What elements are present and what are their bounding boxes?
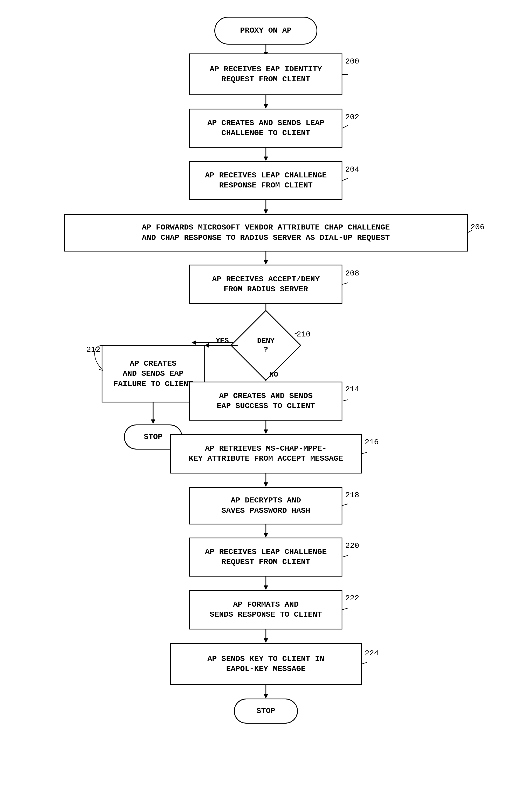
ref-200: 200: [345, 57, 359, 66]
node-220: AP RECEIVES LEAP CHALLENGEREQUEST FROM C…: [189, 537, 342, 576]
node-216-label: AP RETRIEVES MS-CHAP-MPPE-KEY ATTRIBUTE …: [189, 444, 343, 464]
svg-line-39: [362, 452, 367, 454]
flowchart-container: PROXY ON AP AP RECEIVES EAP IDENTITYREQU…: [0, 0, 532, 808]
node-208-label: AP RECEIVES ACCEPT/DENYFROM RADIUS SERVE…: [212, 274, 320, 295]
node-222: AP FORMATS ANDSENDS RESPONSE TO CLIENT: [189, 590, 342, 629]
node-208: AP RECEIVES ACCEPT/DENYFROM RADIUS SERVE…: [189, 264, 342, 304]
start-label: PROXY ON AP: [240, 25, 292, 36]
stop-2-label: STOP: [256, 706, 275, 716]
ref-204: 204: [345, 165, 359, 174]
svg-marker-45: [205, 343, 209, 348]
node-210-label: DENY?: [257, 337, 274, 354]
svg-line-43: [362, 662, 367, 664]
ref-208: 208: [345, 269, 359, 278]
svg-marker-3: [264, 104, 268, 109]
svg-marker-25: [264, 585, 268, 590]
node-218-label: AP DECRYPTS ANDSAVES PASSWORD HASH: [221, 496, 310, 516]
yes-label: YES: [216, 336, 229, 345]
ref-220: 220: [345, 541, 359, 550]
node-218: AP DECRYPTS ANDSAVES PASSWORD HASH: [189, 487, 342, 525]
node-210-diamond: DENY?: [238, 317, 294, 373]
svg-marker-23: [264, 533, 268, 537]
ref-222: 222: [345, 594, 359, 603]
node-200: AP RECEIVES EAP IDENTITYREQUEST FROM CLI…: [189, 54, 342, 95]
svg-line-35: [342, 283, 348, 284]
node-214: AP CREATES AND SENDSEAP SUCCESS TO CLIEN…: [189, 382, 342, 421]
node-224-label: AP SENDS KEY TO CLIENT INEAPOL-KEY MESSA…: [207, 654, 324, 674]
ref-216: 216: [365, 438, 379, 446]
svg-marker-13: [192, 341, 196, 345]
svg-marker-5: [264, 157, 268, 161]
ref-212: 212: [86, 345, 100, 354]
node-222-label: AP FORMATS ANDSENDS RESPONSE TO CLIENT: [210, 600, 322, 620]
svg-line-42: [342, 608, 348, 610]
node-202-label: AP CREATES AND SENDS LEAPCHALLENGE TO CL…: [207, 118, 324, 139]
node-220-label: AP RECEIVES LEAP CHALLENGEREQUEST FROM C…: [205, 547, 327, 567]
svg-marker-9: [264, 260, 268, 264]
ref-202: 202: [345, 113, 359, 122]
node-202: AP CREATES AND SENDS LEAPCHALLENGE TO CL…: [189, 109, 342, 148]
svg-marker-7: [264, 209, 268, 214]
svg-line-41: [342, 555, 348, 557]
node-216: AP RETRIEVES MS-CHAP-MPPE-KEY ATTRIBUTE …: [170, 434, 362, 474]
node-204-label: AP RECEIVES LEAP CHALLENGERESPONSE FROM …: [205, 170, 327, 191]
node-206: AP FORWARDS MICROSOFT VENDOR ATTRIBUTE C…: [64, 214, 468, 252]
node-200-label: AP RECEIVES EAP IDENTITYREQUEST FROM CLI…: [210, 65, 322, 85]
stop-1-label: STOP: [144, 432, 162, 442]
svg-marker-19: [264, 429, 268, 434]
svg-line-40: [342, 504, 348, 506]
svg-line-33: [342, 178, 348, 181]
svg-line-32: [342, 125, 348, 128]
ref-218: 218: [345, 491, 359, 499]
node-204: AP RECEIVES LEAP CHALLENGERESPONSE FROM …: [189, 161, 342, 200]
node-224: AP SENDS KEY TO CLIENT INEAPOL-KEY MESSA…: [170, 643, 362, 685]
no-label: NO: [269, 370, 278, 379]
stop-node-2: STOP: [234, 699, 298, 723]
svg-marker-27: [264, 638, 268, 643]
svg-marker-15: [151, 420, 155, 424]
ref-224: 224: [365, 649, 379, 658]
node-214-label: AP CREATES AND SENDSEAP SUCCESS TO CLIEN…: [217, 391, 315, 411]
node-212-label: AP CREATESAND SENDS EAPFAILURE TO CLIENT: [113, 359, 193, 389]
svg-line-38: [342, 400, 348, 401]
node-206-label: AP FORWARDS MICROSOFT VENDOR ATTRIBUTE C…: [142, 223, 390, 243]
svg-marker-21: [264, 482, 268, 487]
ref-206: 206: [471, 223, 484, 232]
ref-210: 210: [297, 330, 310, 339]
svg-marker-29: [264, 694, 268, 699]
ref-214: 214: [345, 385, 359, 393]
start-node: PROXY ON AP: [214, 17, 317, 44]
